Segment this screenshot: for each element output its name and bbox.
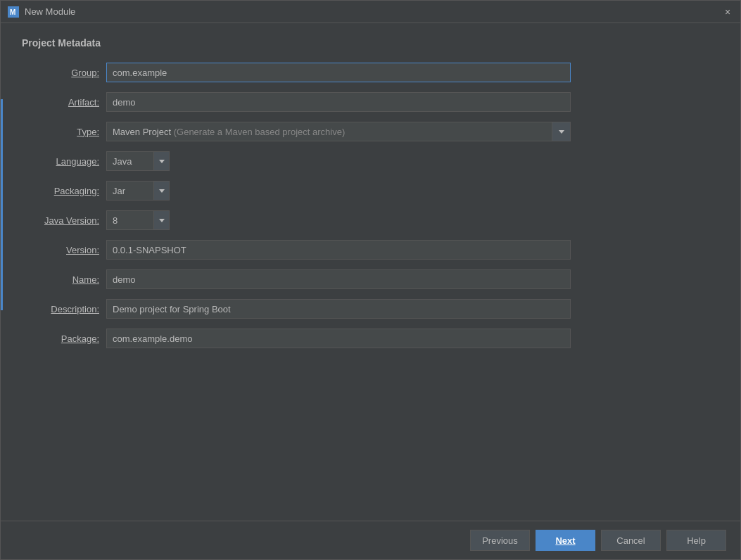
packaging-dropdown-btn[interactable]	[153, 182, 169, 200]
java-version-dropdown[interactable]: 8	[106, 210, 170, 230]
language-dropdown[interactable]: Java	[106, 151, 170, 171]
form-content: Project Metadata Group: Artifact: Type: …	[1, 23, 740, 521]
artifact-input[interactable]	[106, 92, 571, 112]
name-label: Name:	[22, 274, 99, 285]
next-button[interactable]: Next	[536, 530, 595, 551]
package-row: Package:	[22, 329, 719, 348]
description-input[interactable]	[106, 299, 571, 319]
java-version-dropdown-text: 8	[107, 215, 153, 226]
language-dropdown-text: Java	[107, 156, 153, 167]
type-dropdown[interactable]: Maven Project (Generate a Maven based pr…	[106, 122, 571, 141]
previous-button[interactable]: Previous	[470, 530, 530, 551]
version-row: Version:	[22, 240, 719, 260]
java-version-row: Java Version: 8	[22, 210, 719, 230]
language-label: Language:	[22, 156, 99, 167]
name-row: Name:	[22, 269, 719, 289]
type-dropdown-text: Maven Project (Generate a Maven based pr…	[107, 127, 552, 137]
language-dropdown-btn[interactable]	[153, 152, 169, 170]
left-accent	[1, 99, 3, 310]
title-bar: M New Module ×	[1, 1, 740, 23]
packaging-row: Packaging: Jar	[22, 181, 719, 201]
type-dropdown-btn[interactable]	[552, 122, 570, 141]
type-row: Type: Maven Project (Generate a Maven ba…	[22, 122, 719, 141]
description-row: Description:	[22, 299, 719, 319]
artifact-row: Artifact:	[22, 92, 719, 112]
new-module-dialog: M New Module × Project Metadata Group: A…	[0, 0, 741, 560]
packaging-label: Packaging:	[22, 186, 99, 196]
dialog-icon: M	[8, 6, 19, 18]
version-input[interactable]	[106, 240, 571, 260]
packaging-dropdown-text: Jar	[107, 186, 153, 196]
group-row: Group:	[22, 63, 719, 82]
dialog-footer: Previous Next Cancel Help	[1, 521, 740, 559]
chevron-down-icon	[159, 219, 165, 222]
cancel-button[interactable]: Cancel	[601, 530, 661, 551]
chevron-down-icon	[159, 189, 165, 193]
java-version-dropdown-btn[interactable]	[153, 211, 169, 229]
dialog-title: New Module	[25, 6, 716, 17]
svg-text:M: M	[10, 8, 15, 16]
package-input[interactable]	[106, 329, 571, 348]
version-label: Version:	[22, 245, 99, 255]
artifact-label: Artifact:	[22, 97, 99, 108]
description-label: Description:	[22, 304, 99, 314]
name-input[interactable]	[106, 269, 571, 289]
chevron-down-icon	[559, 130, 564, 134]
type-label: Type:	[22, 127, 99, 137]
section-title: Project Metadata	[22, 37, 719, 49]
help-button[interactable]: Help	[666, 530, 726, 551]
java-version-label: Java Version:	[22, 215, 99, 226]
group-input[interactable]	[106, 63, 571, 82]
group-label: Group:	[22, 68, 99, 78]
language-row: Language: Java	[22, 151, 719, 171]
package-label: Package:	[22, 333, 99, 344]
close-button[interactable]: ×	[722, 6, 733, 18]
packaging-dropdown[interactable]: Jar	[106, 181, 170, 201]
chevron-down-icon	[159, 160, 165, 163]
